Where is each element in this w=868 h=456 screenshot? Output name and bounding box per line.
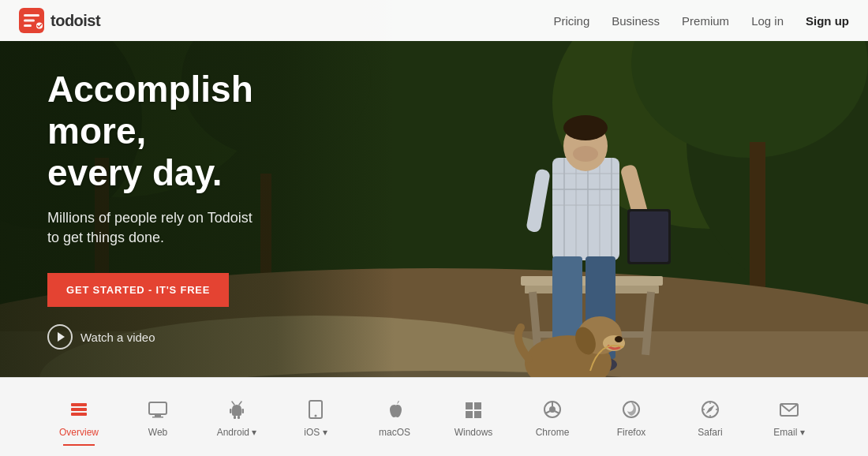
logo-text: todoist	[51, 12, 100, 30]
nav-signup[interactable]: Sign up	[806, 14, 849, 28]
svg-rect-60	[152, 417, 163, 418]
safari-icon	[698, 397, 723, 422]
platform-chrome-label: Chrome	[536, 427, 570, 438]
play-triangle	[58, 332, 65, 342]
platform-macos-label: macOS	[379, 427, 410, 438]
nav-premium[interactable]: Premium	[682, 14, 729, 28]
svg-rect-35	[630, 211, 668, 262]
platform-email[interactable]: Email ▾	[750, 389, 829, 446]
svg-rect-57	[71, 413, 87, 416]
platform-firefox-label: Firefox	[617, 427, 646, 438]
svg-rect-69	[466, 402, 473, 409]
platform-android[interactable]: Android ▾	[197, 389, 276, 446]
cta-button[interactable]: GET STARTED - IT'S FREE	[47, 273, 229, 307]
svg-line-77	[545, 411, 550, 413]
svg-rect-70	[474, 402, 481, 409]
main-nav: Pricing Business Premium Log in Sign up	[553, 14, 849, 28]
svg-rect-72	[474, 411, 481, 418]
platform-safari[interactable]: Safari	[671, 389, 750, 446]
firefox-icon	[619, 397, 644, 422]
watch-video-label: Watch a video	[80, 331, 155, 344]
apple-icon	[382, 397, 407, 422]
svg-rect-56	[71, 408, 87, 411]
platform-overview[interactable]: Overview	[39, 389, 118, 446]
platform-safari-label: Safari	[698, 427, 722, 438]
svg-rect-53	[24, 24, 32, 27]
platform-overview-label: Overview	[59, 427, 99, 438]
svg-rect-62	[238, 416, 240, 419]
svg-rect-71	[466, 411, 473, 418]
android-icon	[224, 397, 249, 422]
windows-icon	[461, 397, 486, 422]
platform-bar: Overview Web	[0, 377, 868, 456]
tablet-icon	[303, 397, 328, 422]
platform-windows-label: Windows	[455, 427, 493, 438]
platform-chrome[interactable]: Chrome	[513, 389, 592, 446]
nav-login[interactable]: Log in	[751, 14, 784, 28]
logo-icon	[19, 8, 44, 33]
hero-title: Accomplish more, every day.	[47, 69, 331, 194]
svg-point-30	[563, 115, 608, 140]
svg-line-65	[232, 402, 234, 405]
platform-firefox[interactable]: Firefox	[592, 389, 671, 446]
platform-ios[interactable]: iOS ▾	[276, 389, 355, 446]
hero-section: todoist Pricing Business Premium Log in …	[0, 0, 868, 456]
svg-point-31	[573, 146, 598, 162]
platform-macos[interactable]: macOS	[355, 389, 434, 446]
svg-rect-51	[24, 14, 39, 17]
platform-ios-label: iOS ▾	[304, 427, 327, 438]
platform-web[interactable]: Web	[118, 389, 197, 446]
svg-rect-55	[71, 403, 87, 406]
svg-rect-52	[24, 20, 35, 22]
chrome-icon	[540, 397, 565, 422]
header: todoist Pricing Business Premium Log in …	[0, 0, 868, 41]
nav-pricing[interactable]: Pricing	[553, 14, 589, 28]
hero-content: Accomplish more, every day. Millions of …	[0, 41, 379, 377]
watch-video-button[interactable]: Watch a video	[47, 324, 331, 349]
svg-point-68	[315, 414, 317, 417]
monitor-icon	[145, 397, 170, 422]
email-icon	[776, 397, 802, 422]
platform-android-label: Android ▾	[217, 427, 257, 438]
platform-web-label: Web	[148, 427, 167, 438]
svg-rect-63	[230, 409, 232, 413]
hero-subtitle: Millions of people rely on Todoist to ge…	[47, 208, 331, 248]
svg-point-44	[615, 336, 623, 342]
platform-email-label: Email ▾	[773, 427, 804, 438]
play-icon	[47, 324, 73, 349]
svg-marker-80	[705, 403, 716, 414]
svg-rect-61	[234, 416, 236, 419]
nav-business[interactable]: Business	[612, 14, 660, 28]
svg-rect-59	[155, 414, 161, 417]
logo[interactable]: todoist	[19, 8, 100, 33]
svg-line-76	[555, 411, 559, 413]
svg-rect-64	[242, 409, 245, 413]
svg-rect-58	[149, 402, 166, 414]
platform-windows[interactable]: Windows	[434, 389, 513, 446]
layers-icon	[66, 397, 92, 422]
svg-line-66	[239, 402, 241, 405]
